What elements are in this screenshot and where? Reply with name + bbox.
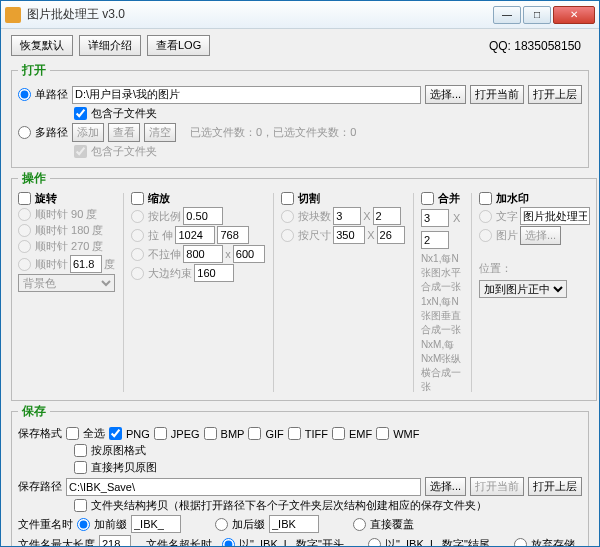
operations-group: 操作 旋转 顺时针 90 度 顺时针 180 度 顺时针 270 度 顺时针 度… — [11, 170, 597, 401]
save-path-input[interactable] — [66, 478, 421, 496]
scale-fit-radio[interactable]: 不拉伸 x — [131, 245, 265, 263]
cut-bx-input[interactable] — [333, 207, 361, 225]
rotate-free-radio[interactable]: 顺时针 度 — [18, 255, 115, 273]
prefix-radio[interactable]: 加前缀 — [77, 517, 127, 532]
fmt-emf-checkbox[interactable]: EMF — [332, 427, 372, 440]
scale-ratio-input[interactable] — [183, 207, 223, 225]
abandon-radio[interactable]: 放弃存储 — [514, 537, 575, 547]
rotate-bg-select[interactable]: 背景色 — [18, 274, 115, 292]
prefix-input[interactable] — [131, 515, 181, 533]
scale-stretch-radio[interactable]: 拉 伸 — [131, 226, 265, 244]
cut-column: 切割 按块数 X 按尺寸 X — [281, 191, 404, 244]
toolbar: 恢复默认 详细介绍 查看LOG QQ: 1835058150 — [11, 35, 589, 56]
ops-legend: 操作 — [18, 170, 50, 187]
cut-size-radio[interactable]: 按尺寸 X — [281, 226, 404, 244]
long-end-radio[interactable]: 以"_IBK_L_数字"结尾 — [368, 537, 490, 547]
restore-defaults-button[interactable]: 恢复默认 — [11, 35, 73, 56]
save-format-label: 保存格式 — [18, 426, 62, 441]
maximize-button[interactable]: □ — [523, 6, 551, 24]
cut-sw-input[interactable] — [333, 226, 365, 244]
rotate-angle-input[interactable] — [70, 255, 102, 273]
cut-blocks-radio[interactable]: 按块数 X — [281, 207, 404, 225]
stretch-w-input[interactable] — [175, 226, 215, 244]
merge-checkbox[interactable]: 合并 — [421, 191, 463, 206]
open-up-button[interactable]: 打开上层 — [528, 85, 582, 104]
wm-text-input[interactable] — [520, 207, 590, 225]
window-title: 图片批处理王 v3.0 — [27, 6, 493, 23]
rotate-90-radio[interactable]: 顺时针 90 度 — [18, 207, 115, 222]
fmt-all-checkbox[interactable]: 全选 — [66, 426, 105, 441]
save-choose-button[interactable]: 选择... — [425, 477, 466, 496]
titlebar: 图片批处理王 v3.0 — □ ✕ — [1, 1, 599, 29]
fmt-jpeg-checkbox[interactable]: JPEG — [154, 427, 200, 440]
cut-checkbox[interactable]: 切割 — [281, 191, 404, 206]
rotate-270-radio[interactable]: 顺时针 270 度 — [18, 239, 115, 254]
add-button[interactable]: 添加 — [72, 123, 104, 142]
fmt-png-checkbox[interactable]: PNG — [109, 427, 150, 440]
app-window: 图片批处理王 v3.0 — □ ✕ 恢复默认 详细介绍 查看LOG QQ: 18… — [0, 0, 600, 547]
merge-y-input[interactable] — [421, 231, 449, 249]
minimize-button[interactable]: — — [493, 6, 521, 24]
scale-ratio-radio[interactable]: 按比例 — [131, 207, 265, 225]
long-start-radio[interactable]: 以"_IBK_L_数字"开头 — [222, 537, 344, 547]
stretch-h-input[interactable] — [217, 226, 249, 244]
window-controls: — □ ✕ — [493, 6, 595, 24]
fmt-gif-checkbox[interactable]: GIF — [248, 427, 283, 440]
wm-image-radio[interactable]: 图片 选择... — [479, 226, 590, 245]
wm-pos-label: 位置： — [479, 261, 512, 276]
merge-column: 合并 X Nx1,每N张图水平合成一张 1xN,每N张图垂直合成一张 NxM,每… — [421, 191, 463, 394]
open-path-input[interactable] — [72, 86, 421, 104]
fit-h-input[interactable] — [233, 245, 265, 263]
fmt-bmp-checkbox[interactable]: BMP — [204, 427, 245, 440]
maxlen-tail: ，文件名超长时 — [135, 537, 212, 547]
fmt-tiff-checkbox[interactable]: TIFF — [288, 427, 328, 440]
folder-structure-checkbox[interactable]: 文件夹结构拷贝（根据打开路径下各个子文件夹层次结构创建相应的保存文件夹） — [74, 498, 487, 513]
scale-approx-radio[interactable]: 大边约束 — [131, 264, 265, 282]
watermark-column: 加水印 文字 图片 选择... 位置：加到图片正中 — [479, 191, 590, 300]
clear-button[interactable]: 清空 — [144, 123, 176, 142]
close-button[interactable]: ✕ — [553, 6, 595, 24]
wm-text-radio[interactable]: 文字 — [479, 207, 590, 225]
maxlen-input[interactable] — [99, 535, 131, 546]
open-group: 打开 单路径 选择... 打开当前 打开上层 包含子文件夹 多路径 添加 查看 … — [11, 62, 589, 168]
rotate-180-radio[interactable]: 顺时针 180 度 — [18, 223, 115, 238]
multi-path-radio[interactable]: 多路径 — [18, 125, 68, 140]
save-open-up-button[interactable]: 打开上层 — [528, 477, 582, 496]
cut-by-input[interactable] — [373, 207, 401, 225]
include-subfolders-checkbox[interactable]: 包含子文件夹 — [74, 106, 157, 121]
view-button[interactable]: 查看 — [108, 123, 140, 142]
wm-choose-button[interactable]: 选择... — [520, 226, 561, 245]
suffix-input[interactable] — [269, 515, 319, 533]
merge-note1: Nx1,每N张图水平合成一张 — [421, 252, 463, 294]
wm-pos-select[interactable]: 加到图片正中 — [479, 280, 567, 298]
merge-x-input[interactable] — [421, 209, 449, 227]
copy-original-checkbox[interactable]: 直接拷贝原图 — [74, 460, 157, 475]
merge-note3: NxM,每NxM张纵横合成一张 — [421, 338, 463, 394]
fit-w-input[interactable] — [183, 245, 223, 263]
maxlen-label: 文件名最大长度 — [18, 537, 95, 547]
open-current-button[interactable]: 打开当前 — [470, 85, 524, 104]
view-log-button[interactable]: 查看LOG — [147, 35, 210, 56]
approx-input[interactable] — [194, 264, 234, 282]
selected-files-label: 已选文件数：0，已选文件夹数：0 — [190, 125, 356, 140]
rotate-column: 旋转 顺时针 90 度 顺时针 180 度 顺时针 270 度 顺时针 度 背景… — [18, 191, 115, 292]
detail-button[interactable]: 详细介绍 — [79, 35, 141, 56]
choose-path-button[interactable]: 选择... — [425, 85, 466, 104]
watermark-checkbox[interactable]: 加水印 — [479, 191, 590, 206]
save-legend: 保存 — [18, 403, 50, 420]
suffix-radio[interactable]: 加后缀 — [215, 517, 265, 532]
cut-sh-input[interactable] — [377, 226, 405, 244]
scale-checkbox[interactable]: 缩放 — [131, 191, 265, 206]
app-icon — [5, 7, 21, 23]
scale-column: 缩放 按比例 拉 伸 不拉伸 x 大边约束 — [131, 191, 265, 282]
save-open-cur-button[interactable]: 打开当前 — [470, 477, 524, 496]
content-area: 恢复默认 详细介绍 查看LOG QQ: 1835058150 打开 单路径 选择… — [1, 29, 599, 546]
fmt-wmf-checkbox[interactable]: WMF — [376, 427, 419, 440]
rotate-checkbox[interactable]: 旋转 — [18, 191, 115, 206]
by-original-format-checkbox[interactable]: 按原图格式 — [74, 443, 146, 458]
save-path-label: 保存路径 — [18, 479, 62, 494]
single-path-radio[interactable]: 单路径 — [18, 87, 68, 102]
overwrite-radio[interactable]: 直接覆盖 — [353, 517, 414, 532]
open-legend: 打开 — [18, 62, 50, 79]
include-subfolders2-checkbox: 包含子文件夹 — [74, 144, 157, 159]
